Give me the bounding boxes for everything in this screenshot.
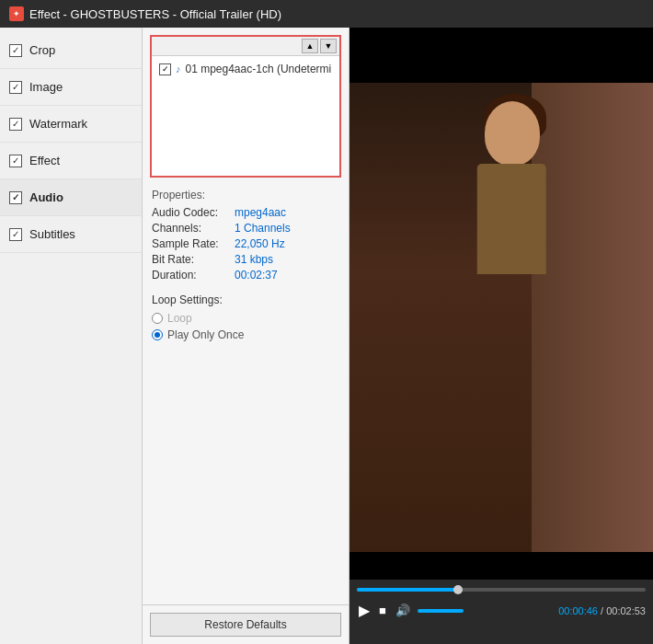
restore-defaults-button[interactable]: Restore Defaults xyxy=(150,613,341,637)
preview-area: ▶ ■ 🔊 00:00:46 / 00:02:53 xyxy=(349,28,653,644)
property-row-duration: Duration: 00:02:37 xyxy=(152,269,339,282)
video-bottom-black xyxy=(349,552,653,580)
person-body xyxy=(477,164,546,274)
toolbar-down-button[interactable]: ▼ xyxy=(320,39,337,53)
bg-wall xyxy=(532,83,653,552)
stop-button[interactable]: ■ xyxy=(377,602,388,619)
sidebar-item-label-subtitles: Subtitles xyxy=(29,227,75,241)
audio-list-toolbar: ▲ ▼ xyxy=(152,37,339,56)
effect-checkbox[interactable]: ✓ xyxy=(9,155,22,167)
samplerate-label: Sample Rate: xyxy=(152,237,235,250)
volume-button[interactable]: 🔊 xyxy=(394,602,412,619)
content-area: ▲ ▼ ✓ ♪ 01 mpeg4aac-1ch (Undetermi Prope… xyxy=(143,28,349,644)
video-top-black xyxy=(349,28,653,87)
sidebar-item-crop[interactable]: ✓ Crop xyxy=(0,32,142,69)
loop-radio[interactable] xyxy=(152,313,163,324)
properties-title: Properties: xyxy=(152,189,339,201)
channels-label: Channels: xyxy=(152,222,235,235)
app-icon-letter: ✦ xyxy=(13,9,20,18)
subtitles-checkbox[interactable]: ✓ xyxy=(9,228,22,241)
controls-row: ▶ ■ 🔊 00:00:46 / 00:02:53 xyxy=(357,600,646,621)
sidebar-item-watermark[interactable]: ✓ Watermark xyxy=(0,106,142,143)
time-total: 00:02:53 xyxy=(606,605,646,616)
sidebar-item-label-watermark: Watermark xyxy=(29,117,87,131)
audio-list: ✓ ♪ 01 mpeg4aac-1ch (Undetermi xyxy=(152,56,339,82)
sidebar-item-label-audio: Audio xyxy=(29,190,63,204)
time-current: 00:00:46 xyxy=(558,605,598,616)
properties-section: Properties: Audio Codec: mpeg4aac Channe… xyxy=(143,185,349,288)
window-title: Effect - GHOSTBUSTERS - Official Trailer… xyxy=(29,7,281,21)
music-icon: ♪ xyxy=(176,63,181,75)
sidebar-item-effect[interactable]: ✓ Effect xyxy=(0,143,142,179)
progress-thumb[interactable] xyxy=(453,585,463,594)
play-button[interactable]: ▶ xyxy=(357,600,372,621)
property-row-codec: Audio Codec: mpeg4aac xyxy=(152,206,339,219)
watermark-checkbox[interactable]: ✓ xyxy=(9,118,22,131)
channels-value: 1 Channels xyxy=(235,222,291,235)
restore-btn-container: Restore Defaults xyxy=(143,604,349,644)
sidebar-item-label-effect: Effect xyxy=(29,154,60,167)
progress-bar-fill xyxy=(357,588,458,592)
loop-radio-label: Loop xyxy=(167,312,192,325)
codec-value: mpeg4aac xyxy=(235,206,286,219)
sidebar-item-label-image: Image xyxy=(29,80,63,94)
audio-item-label: 01 mpeg4aac-1ch (Undetermi xyxy=(186,63,332,75)
video-frame xyxy=(349,28,653,580)
samplerate-value: 22,050 Hz xyxy=(235,237,285,250)
crop-checkbox[interactable]: ✓ xyxy=(9,44,22,57)
list-item[interactable]: ✓ ♪ 01 mpeg4aac-1ch (Undetermi xyxy=(155,60,336,78)
title-bar: ✦ Effect - GHOSTBUSTERS - Official Trail… xyxy=(0,0,653,28)
audio-checkbox[interactable]: ✓ xyxy=(9,191,22,204)
sidebar-item-label-crop: Crop xyxy=(29,43,55,57)
property-row-samplerate: Sample Rate: 22,050 Hz xyxy=(152,237,339,250)
image-checkbox[interactable]: ✓ xyxy=(9,81,22,94)
sidebar-item-audio[interactable]: ✓ Audio xyxy=(0,179,142,216)
property-row-channels: Channels: 1 Channels xyxy=(152,222,339,235)
volume-bar[interactable] xyxy=(418,609,464,613)
video-preview xyxy=(349,28,653,580)
time-display: 00:00:46 / 00:02:53 xyxy=(558,605,646,616)
progress-bar-container[interactable] xyxy=(357,583,646,596)
radio-option-loop[interactable]: Loop xyxy=(152,312,339,325)
audio-item-checkbox[interactable]: ✓ xyxy=(159,63,171,75)
main-container: ✓ Crop ✓ Image ✓ Watermark ✓ Effect ✓ Au… xyxy=(0,28,653,644)
sidebar-item-image[interactable]: ✓ Image xyxy=(0,69,142,106)
duration-label: Duration: xyxy=(152,269,235,282)
progress-bar-track[interactable] xyxy=(357,588,646,592)
loop-settings: Loop Settings: Loop Play Only Once xyxy=(143,288,349,351)
duration-value: 00:02:37 xyxy=(235,269,278,282)
person-head xyxy=(485,101,540,166)
audio-list-container: ▲ ▼ ✓ ♪ 01 mpeg4aac-1ch (Undetermi xyxy=(150,35,341,178)
bitrate-label: Bit Rate: xyxy=(152,253,235,266)
play-once-radio[interactable] xyxy=(152,329,163,340)
property-row-bitrate: Bit Rate: 31 kbps xyxy=(152,253,339,266)
sidebar: ✓ Crop ✓ Image ✓ Watermark ✓ Effect ✓ Au… xyxy=(0,28,143,644)
app-icon: ✦ xyxy=(9,6,24,21)
radio-option-once[interactable]: Play Only Once xyxy=(152,328,339,341)
codec-label: Audio Codec: xyxy=(152,206,235,219)
player-controls: ▶ ■ 🔊 00:00:46 / 00:02:53 xyxy=(349,580,653,644)
bitrate-value: 31 kbps xyxy=(235,253,273,266)
play-once-radio-label: Play Only Once xyxy=(167,328,244,341)
toolbar-up-button[interactable]: ▲ xyxy=(302,39,318,53)
sidebar-item-subtitles[interactable]: ✓ Subtitles xyxy=(0,216,142,253)
loop-settings-title: Loop Settings: xyxy=(152,293,339,306)
